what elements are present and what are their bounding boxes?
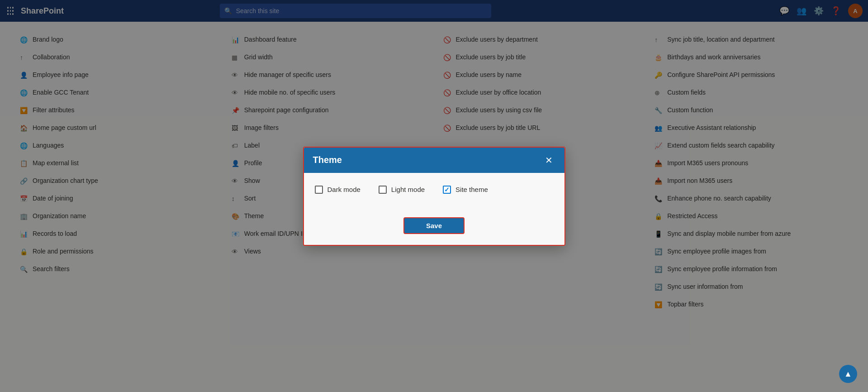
dialog-close-button[interactable]: ✕ [542,155,555,166]
site-label: Site theme [455,186,488,193]
dialog-title: Theme [313,155,342,165]
theme-option-site[interactable]: ✓Site theme [443,186,488,194]
dialog-body: Dark modeLight mode✓Site theme [304,173,564,217]
theme-option-light[interactable]: Light mode [379,186,425,194]
theme-dialog: Theme ✕ Dark modeLight mode✓Site theme S… [303,147,565,246]
theme-options: Dark modeLight mode✓Site theme [315,186,554,194]
save-button[interactable]: Save [403,217,465,234]
light-label: Light mode [391,186,425,193]
site-checkbox[interactable]: ✓ [443,186,451,194]
modal-overlay: Theme ✕ Dark modeLight mode✓Site theme S… [0,0,868,392]
light-checkbox[interactable] [379,186,387,194]
scroll-to-top-button[interactable]: ▲ [839,365,857,383]
dark-checkbox[interactable] [315,186,323,194]
dark-label: Dark mode [327,186,360,193]
dialog-footer: Save [304,217,564,245]
checkmark-icon: ✓ [444,186,450,193]
dialog-header: Theme ✕ [304,148,564,173]
theme-option-dark[interactable]: Dark mode [315,186,360,194]
